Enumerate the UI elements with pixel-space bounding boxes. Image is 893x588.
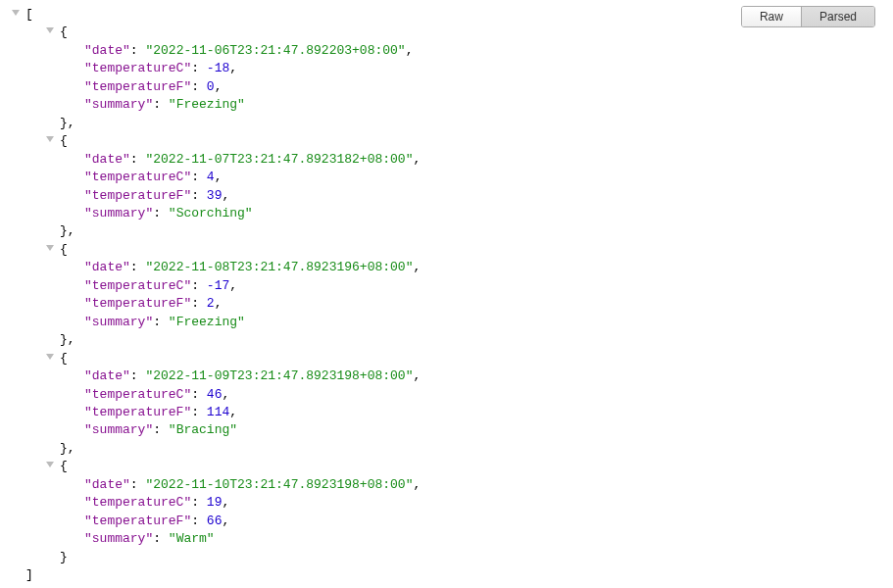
colon: : — [130, 152, 146, 167]
json-value: 4 — [207, 170, 215, 184]
json-value: "Freezing" — [169, 97, 245, 112]
json-value: "Warm" — [169, 531, 215, 546]
comma: , — [229, 405, 237, 419]
json-key: "temperatureC" — [84, 278, 191, 293]
json-value: "Bracing" — [169, 422, 237, 437]
chevron-down-icon[interactable] — [46, 354, 54, 360]
json-property: "summary": "Warm" — [16, 530, 893, 548]
bracket-open: [ — [25, 7, 33, 22]
brace-open: { — [60, 459, 68, 473]
json-object-close: }, — [16, 440, 893, 458]
json-object-close: }, — [16, 331, 893, 349]
json-value: "2022-11-06T23:21:47.892203+08:00" — [145, 43, 405, 58]
json-object-close: }, — [16, 222, 893, 240]
json-property: "summary": "Freezing" — [16, 314, 893, 331]
chevron-down-icon[interactable] — [46, 245, 54, 251]
colon: : — [191, 387, 207, 402]
colon: : — [130, 260, 146, 274]
json-value: "Scorching" — [169, 206, 253, 220]
json-value: 0 — [207, 79, 215, 94]
json-property: "summary": "Freezing" — [16, 96, 893, 114]
comma: , — [413, 477, 421, 492]
comma: , — [215, 79, 223, 94]
colon: : — [191, 296, 207, 311]
comma: , — [215, 296, 223, 311]
brace-close: }, — [60, 223, 75, 238]
json-value: 39 — [207, 188, 223, 203]
json-property: "temperatureF": 2, — [16, 295, 893, 313]
json-key: "temperatureC" — [84, 495, 191, 510]
brace-open: { — [60, 24, 68, 39]
brace-open: { — [60, 242, 68, 257]
json-key: "summary" — [84, 422, 153, 437]
json-value: "2022-11-09T23:21:47.8923198+08:00" — [145, 368, 413, 383]
json-object-open: { — [16, 24, 893, 41]
json-property: "date": "2022-11-06T23:21:47.892203+08:0… — [16, 42, 893, 60]
brace-close: }, — [60, 332, 75, 347]
brace-close: }, — [60, 441, 75, 456]
json-property: "date": "2022-11-10T23:21:47.8923198+08:… — [16, 476, 893, 494]
colon: : — [191, 170, 207, 184]
comma: , — [413, 368, 421, 383]
json-key: "temperatureC" — [84, 170, 191, 184]
json-object-close: }, — [16, 115, 893, 132]
json-property: "date": "2022-11-07T23:21:47.8923182+08:… — [16, 151, 893, 169]
json-value: -18 — [207, 61, 229, 75]
comma: , — [413, 260, 421, 274]
comma: , — [413, 152, 421, 167]
colon: : — [130, 477, 146, 492]
json-key: "date" — [84, 477, 130, 492]
json-property: "temperatureC": -18, — [16, 60, 893, 77]
json-value: "2022-11-10T23:21:47.8923198+08:00" — [145, 477, 413, 492]
colon: : — [130, 43, 146, 58]
json-object-open: { — [16, 132, 893, 150]
colon: : — [191, 79, 207, 94]
comma: , — [229, 278, 237, 293]
json-key: "temperatureC" — [84, 61, 191, 75]
json-key: "date" — [84, 368, 130, 383]
colon: : — [191, 495, 207, 510]
colon: : — [191, 188, 207, 203]
colon: : — [153, 206, 169, 220]
json-property: "temperatureC": -17, — [16, 277, 893, 295]
chevron-down-icon[interactable] — [46, 462, 54, 467]
json-key: "summary" — [84, 315, 153, 329]
json-value: "2022-11-07T23:21:47.8923182+08:00" — [145, 152, 413, 167]
comma: , — [229, 61, 237, 75]
colon: : — [153, 97, 169, 112]
brace-open: { — [60, 133, 68, 148]
json-value: 66 — [207, 514, 223, 528]
json-value: "Freezing" — [169, 315, 245, 329]
json-property: "temperatureC": 46, — [16, 386, 893, 404]
colon: : — [153, 531, 169, 546]
json-key: "date" — [84, 43, 130, 58]
json-value: -17 — [207, 278, 229, 293]
json-key: "temperatureF" — [84, 405, 191, 419]
json-viewer: [ { "date": "2022-11-06T23:21:47.892203+… — [0, 0, 893, 588]
json-object-open: { — [16, 350, 893, 368]
json-key: "temperatureF" — [84, 79, 191, 94]
chevron-down-icon[interactable] — [46, 136, 54, 142]
chevron-down-icon[interactable] — [46, 27, 54, 33]
chevron-down-icon[interactable] — [12, 10, 20, 16]
json-property: "temperatureF": 0, — [16, 78, 893, 96]
json-property: "summary": "Bracing" — [16, 421, 893, 439]
json-value: 114 — [207, 405, 229, 419]
json-key: "temperatureF" — [84, 296, 191, 311]
comma: , — [406, 43, 414, 58]
json-property: "temperatureF": 66, — [16, 513, 893, 530]
json-value: 46 — [207, 387, 223, 402]
comma: , — [222, 514, 229, 528]
bracket-close: ] — [25, 567, 33, 582]
colon: : — [191, 61, 207, 75]
json-value: 19 — [207, 495, 223, 510]
json-key: "date" — [84, 260, 130, 274]
json-key: "summary" — [84, 531, 153, 546]
comma: , — [222, 188, 229, 203]
comma: , — [215, 170, 223, 184]
json-key: "summary" — [84, 206, 153, 220]
json-key: "temperatureC" — [84, 387, 191, 402]
json-property: "date": "2022-11-08T23:21:47.8923196+08:… — [16, 259, 893, 276]
json-key: "date" — [84, 152, 130, 167]
json-property: "temperatureC": 19, — [16, 494, 893, 512]
